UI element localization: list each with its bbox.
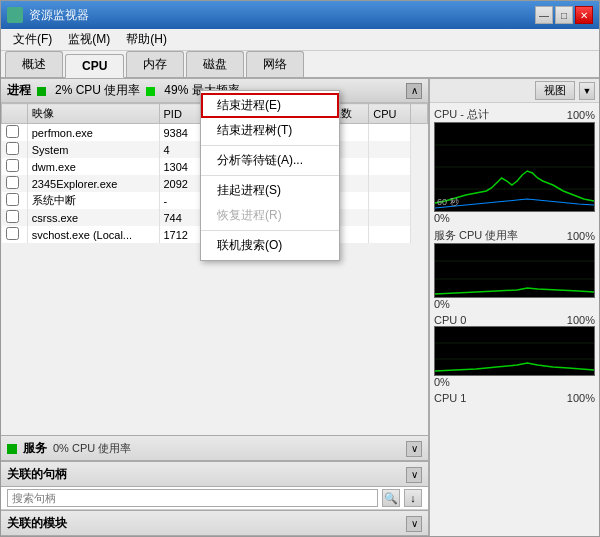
services-section: 服务 0% CPU 使用率 ∨ (1, 435, 428, 461)
cpu0-section: CPU 0 100% 0% (434, 314, 595, 388)
tab-overview[interactable]: 概述 (5, 51, 63, 77)
row-checkbox[interactable] (6, 176, 19, 189)
services-header[interactable]: 服务 0% CPU 使用率 ∨ (1, 436, 428, 461)
service-cpu-graph (434, 243, 595, 298)
tab-bar: 概述 CPU 内存 磁盘 网络 (1, 51, 599, 79)
maximize-button[interactable]: □ (555, 6, 573, 24)
row-cpu (369, 226, 411, 243)
tab-network[interactable]: 网络 (246, 51, 304, 77)
cpu0-graph (434, 326, 595, 376)
context-menu-separator (201, 230, 339, 231)
col-header-scroll (411, 104, 428, 124)
cpu-total-label: CPU - 总计 (434, 107, 489, 122)
row-image: dwm.exe (27, 158, 159, 175)
tab-disk[interactable]: 磁盘 (186, 51, 244, 77)
context-menu-item-online-search[interactable]: 联机搜索(O) (201, 233, 339, 258)
menu-bar: 文件(F) 监视(M) 帮助(H) (1, 29, 599, 51)
app-icon (7, 7, 23, 23)
handles-search-row: 🔍 ↓ (1, 487, 428, 510)
row-checkbox[interactable] (6, 227, 19, 240)
close-button[interactable]: ✕ (575, 6, 593, 24)
cpu0-min-row: 0% (434, 376, 595, 388)
row-cpu (369, 124, 411, 142)
modules-expand-btn[interactable]: ∨ (406, 516, 422, 532)
modules-header[interactable]: 关联的模块 ∨ (1, 511, 428, 536)
services-expand-btn[interactable]: ∨ (406, 441, 422, 457)
row-image: perfmon.exe (27, 124, 159, 142)
cpu-usage-label: 2% CPU 使用率 (55, 82, 140, 99)
title-bar: 资源监视器 — □ ✕ (1, 1, 599, 29)
service-cpu-max: 100% (567, 230, 595, 242)
cpu0-min: 0% (434, 376, 450, 388)
cpu-graphs: CPU - 总计 100% (430, 103, 599, 536)
row-cpu (369, 175, 411, 192)
minimize-button[interactable]: — (535, 6, 553, 24)
process-expand-btn[interactable]: ∧ (406, 83, 422, 99)
handles-title: 关联的句柄 (7, 466, 67, 483)
view-dropdown-btn[interactable]: ▼ (579, 82, 595, 100)
cpu-total-min-row: 0% (434, 212, 595, 224)
row-checkbox[interactable] (6, 159, 19, 172)
right-panel-header: 视图 ▼ (430, 79, 599, 103)
context-menu: 结束进程(E)结束进程树(T)分析等待链(A)...挂起进程(S)恢复进程(R)… (200, 90, 340, 261)
context-menu-item-analyze-wait[interactable]: 分析等待链(A)... (201, 148, 339, 173)
handles-header[interactable]: 关联的句柄 ∨ (1, 462, 428, 487)
handles-search-btn[interactable]: 🔍 (382, 489, 400, 507)
handles-filter-btn[interactable]: ↓ (404, 489, 422, 507)
context-menu-item-suspend-process[interactable]: 挂起进程(S) (201, 178, 339, 203)
service-cpu-label: 服务 CPU 使用率 (434, 228, 518, 243)
handles-expand-btn[interactable]: ∨ (406, 467, 422, 483)
service-cpu-min-row: 0% (434, 298, 595, 310)
green-indicator (37, 84, 49, 98)
row-cpu (369, 158, 411, 175)
col-header-check[interactable] (2, 104, 28, 124)
row-image: csrss.exe (27, 209, 159, 226)
cpu1-label-row: CPU 1 100% (434, 392, 595, 404)
main-window: 资源监视器 — □ ✕ 文件(F) 监视(M) 帮助(H) 概述 CPU 内存 … (0, 0, 600, 537)
cpu-total-graph: 60 秒 (434, 122, 595, 212)
context-menu-item-end-process-tree[interactable]: 结束进程树(T) (201, 118, 339, 143)
modules-title: 关联的模块 (7, 515, 67, 532)
modules-section: 关联的模块 ∨ (1, 510, 428, 536)
cpu-time-label: 60 秒 (437, 196, 459, 209)
cpu0-max: 100% (567, 314, 595, 326)
service-cpu-min: 0% (434, 298, 450, 310)
col-header-cpu[interactable]: CPU (369, 104, 411, 124)
row-cpu (369, 141, 411, 158)
menu-help[interactable]: 帮助(H) (118, 29, 175, 50)
menu-file[interactable]: 文件(F) (5, 29, 60, 50)
context-menu-item-end-process[interactable]: 结束进程(E) (201, 93, 339, 118)
cpu0-svg (435, 327, 594, 375)
cpu0-label: CPU 0 (434, 314, 466, 326)
row-cpu (369, 209, 411, 226)
cpu1-label: CPU 1 (434, 392, 466, 404)
window-title: 资源监视器 (29, 7, 535, 24)
view-button[interactable]: 视图 (535, 81, 575, 100)
cpu1-section: CPU 1 100% (434, 392, 595, 404)
row-image: 2345Explorer.exe (27, 175, 159, 192)
services-cpu-usage: 0% CPU 使用率 (53, 441, 131, 456)
services-green-indicator (7, 444, 17, 454)
context-menu-separator (201, 175, 339, 176)
handles-search-input[interactable] (7, 489, 378, 507)
row-checkbox[interactable] (6, 193, 19, 206)
tab-memory[interactable]: 内存 (126, 51, 184, 77)
service-cpu-section: 服务 CPU 使用率 100% 0% (434, 228, 595, 310)
right-panel: 视图 ▼ CPU - 总计 100% (429, 79, 599, 536)
cpu-total-max: 100% (567, 109, 595, 121)
col-header-image[interactable]: 映像 (27, 104, 159, 124)
row-image: 系统中断 (27, 192, 159, 209)
cpu1-max: 100% (567, 392, 595, 404)
row-checkbox[interactable] (6, 142, 19, 155)
cpu-total-min: 0% (434, 212, 450, 224)
cpu-total-label-row: CPU - 总计 100% (434, 107, 595, 122)
handles-section: 关联的句柄 ∨ 🔍 ↓ (1, 461, 428, 510)
row-checkbox[interactable] (6, 125, 19, 138)
menu-monitor[interactable]: 监视(M) (60, 29, 118, 50)
context-menu-item-resume-process[interactable]: 恢复进程(R) (201, 203, 339, 228)
window-controls: — □ ✕ (535, 6, 593, 24)
tab-cpu[interactable]: CPU (65, 54, 124, 78)
row-checkbox[interactable] (6, 210, 19, 223)
cpu0-label-row: CPU 0 100% (434, 314, 595, 326)
row-image: System (27, 141, 159, 158)
